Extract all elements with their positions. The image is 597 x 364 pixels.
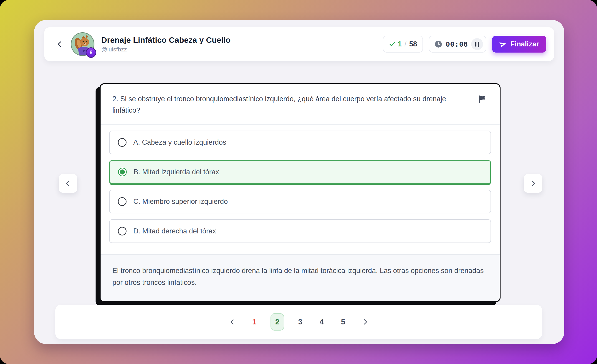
question-text: 2. Si se obstruye el tronco bronquiomedi… [112,93,469,116]
radio-icon [118,138,126,147]
chevron-left-icon [56,40,63,48]
chevron-left-icon [64,179,72,188]
option-b[interactable]: B. Mitad izquierda del tórax [109,160,491,184]
radio-icon [118,197,126,206]
option-d-label: D. Mitad derecha del tórax [133,227,216,235]
quiz-title: Drenaje Linfático Cabeza y Cuello [101,35,231,45]
timer-value: 00:08 [446,40,468,48]
clock-icon [434,40,442,48]
pause-icon [475,42,479,47]
flag-icon [477,94,488,104]
timer-pill: 00:08 [429,36,486,53]
progress-total: 58 [409,40,417,48]
question-card: 2. Si se obstruye el tronco bronquiomedi… [100,83,501,302]
progress-pill: check-icon 1 / 58 [383,36,423,53]
progress-answered: 1 [398,40,402,48]
radio-icon [118,227,126,236]
option-b-label: B. Mitad izquierda del tórax [134,168,219,176]
page-5-button[interactable]: 5 [338,313,348,331]
page-2-button[interactable]: 2 [270,313,284,331]
quiz-app-panel: 6 Drenaje Linfático Cabeza y Cuello @lui… [34,20,564,344]
send-icon [499,40,507,48]
chevron-right-icon [529,179,537,188]
gradient-background: 6 Drenaje Linfático Cabeza y Cuello @lui… [0,0,597,364]
chevron-left-icon [228,318,236,326]
pause-button[interactable] [471,38,483,50]
back-button[interactable] [54,39,65,49]
option-d[interactable]: D. Mitad derecha del tórax [109,219,491,243]
pagination-next-button[interactable] [359,316,371,328]
check-icon [389,41,396,47]
finish-button[interactable]: Finalizar [492,36,546,53]
answer-explanation: El tronco bronquiomediastínico izquierdo… [101,254,500,301]
radio-icon [118,168,127,176]
avatar[interactable]: 6 [71,32,94,56]
option-c[interactable]: C. Miembro superior izquierdo [109,190,491,214]
page-4-button[interactable]: 4 [316,313,327,331]
pagination-bar: 1 2 3 4 5 [55,305,542,339]
option-a[interactable]: A. Cabeza y cuello izquierdos [109,131,491,154]
progress-separator: / [404,40,407,48]
question-header: 2. Si se obstruye el tronco bronquiomedi… [101,84,500,125]
screen: 6 Drenaje Linfático Cabeza y Cuello @lui… [0,0,597,364]
quiz-title-block: Drenaje Linfático Cabeza y Cuello @luisf… [101,35,231,53]
answer-options: A. Cabeza y cuello izquierdos B. Mitad i… [101,125,500,254]
previous-question-button[interactable] [59,174,77,193]
quiz-header: 6 Drenaje Linfático Cabeza y Cuello @lui… [44,27,554,61]
option-c-label: C. Miembro superior izquierdo [133,198,228,206]
page-1-button[interactable]: 1 [249,313,259,331]
option-a-label: A. Cabeza y cuello izquierdos [133,138,226,147]
pagination-prev-button[interactable] [226,316,238,328]
finish-button-label: Finalizar [510,40,539,48]
quiz-author-handle: @luisfbzz [101,46,231,53]
next-question-button[interactable] [524,174,542,193]
level-badge: 6 [86,47,96,58]
page-3-button[interactable]: 3 [295,313,306,331]
flag-question-button[interactable] [477,94,488,105]
chevron-right-icon [361,318,369,326]
